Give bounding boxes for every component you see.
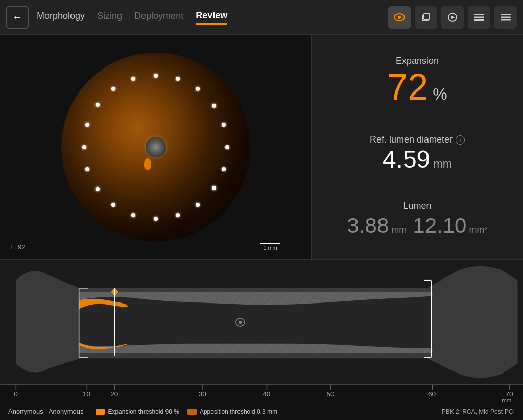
lumen-values: 3.88 mm 12.10 mm²	[327, 214, 508, 238]
svg-rect-6	[474, 14, 484, 15]
play-button[interactable]	[441, 6, 464, 29]
svg-marker-5	[451, 16, 455, 19]
scale-bar: 1 mm	[260, 243, 280, 251]
back-button[interactable]: ←	[6, 6, 29, 29]
metrics-panel: Expansion 72 % Ref. lumen diameter i 4.5…	[312, 35, 523, 259]
lumen-diameter-value: 3.88 mm	[347, 214, 407, 238]
footer: Anonymous Anonymous Expansion threshold …	[0, 403, 523, 420]
svg-text:10: 10	[83, 391, 90, 398]
stent-dot	[85, 123, 89, 127]
stent-dot	[196, 87, 200, 91]
ruler-svg: 0 10 20 30 40 50 60 70 m	[0, 385, 523, 403]
apposition-threshold-label: Apposition threshold 0.3 mm	[200, 408, 277, 415]
bottom-section: P D Min Exp. 71% 12.10 mm² MSA 4.79mm²	[0, 260, 523, 420]
svg-rect-9	[501, 14, 511, 15]
ref-lumen-metric: Ref. lumen diameter i 4.59 mm	[327, 134, 508, 172]
stent-dot	[111, 203, 115, 207]
expansion-value: 72 %	[327, 68, 508, 105]
info-icon[interactable]: i	[456, 135, 465, 145]
scale-label: 1 mm	[263, 245, 277, 251]
legend-item-apposition: Apposition threshold 0.3 mm	[187, 408, 277, 415]
stent-dot	[176, 213, 180, 217]
scale-line	[260, 243, 280, 244]
lumen-metric: Lumen 3.88 mm 12.10 mm²	[327, 201, 508, 238]
ref-lumen-value: 4.59 mm	[327, 147, 508, 172]
main-content: F: 92 1 mm Expansion 72 % Ref. lumen dia…	[0, 35, 523, 420]
svg-rect-8	[474, 19, 484, 21]
footer-study-info: PBK 2: RCA, Mid Post-PCI	[442, 408, 515, 415]
svg-rect-3	[424, 14, 430, 19]
catheter	[146, 137, 166, 157]
svg-text:30: 30	[199, 391, 206, 398]
lumen-label: Lumen	[327, 201, 508, 212]
stent-dot	[131, 213, 135, 217]
svg-rect-11	[501, 19, 511, 21]
tab-deployment[interactable]: Deployment	[134, 11, 183, 24]
footer-left: Anonymous Anonymous Expansion threshold …	[8, 408, 277, 415]
stent-dot	[222, 123, 226, 127]
ref-lumen-label: Ref. lumen diameter i	[327, 134, 508, 145]
svg-text:40: 40	[263, 391, 270, 398]
stent-dot	[154, 217, 158, 221]
expansion-swatch	[96, 409, 105, 415]
svg-point-1	[398, 16, 401, 19]
patient-name: Anonymous Anonymous	[8, 408, 83, 415]
stent-dot	[82, 145, 86, 149]
footer-legend: Expansion threshold 90 % Apposition thre…	[96, 408, 277, 415]
apposition-swatch	[187, 409, 197, 415]
top-section: F: 92 1 mm Expansion 72 % Ref. lumen dia…	[0, 35, 523, 260]
stent-dot	[196, 203, 200, 207]
legend-item-expansion: Expansion threshold 90 %	[96, 408, 179, 415]
stent-dot	[222, 167, 226, 171]
stent-dot	[96, 103, 100, 107]
orange-artifact	[144, 158, 151, 170]
stent-dot	[154, 74, 158, 78]
top-navigation: ← Morphology Sizing Deployment Review	[0, 0, 523, 35]
svg-rect-7	[474, 16, 484, 18]
stent-dot	[131, 77, 135, 81]
menu-button[interactable]	[494, 6, 517, 29]
oct-circle-image	[61, 53, 250, 242]
stent-dot	[176, 77, 180, 81]
nav-tab-list: Morphology Sizing Deployment Review	[37, 10, 388, 25]
svg-rect-10	[501, 16, 511, 18]
expansion-label: Expansion	[327, 56, 508, 66]
svg-text:50: 50	[326, 391, 334, 398]
copy-button[interactable]	[415, 6, 437, 29]
eye-button[interactable]	[388, 6, 411, 29]
toolbar-icons	[388, 6, 517, 29]
svg-point-27	[239, 321, 242, 324]
longitudinal-container: P D Min Exp. 71% 12.10 mm² MSA 4.79mm²	[0, 260, 523, 420]
layers-button[interactable]	[468, 6, 490, 29]
stent-dot	[96, 187, 100, 191]
divider-2	[345, 186, 489, 186]
longitudinal-view[interactable]: P D Min Exp. 71% 12.10 mm² MSA 4.79mm²	[0, 260, 523, 384]
frame-label: F: 92	[10, 243, 26, 251]
divider-1	[345, 120, 489, 120]
svg-text:20: 20	[110, 391, 118, 398]
longitudinal-chart	[0, 260, 523, 384]
oct-image-panel: F: 92 1 mm	[0, 35, 312, 259]
lumen-area-value: 12.10 mm²	[413, 214, 487, 238]
stent-dot	[225, 145, 229, 149]
tab-morphology[interactable]: Morphology	[37, 11, 85, 24]
expansion-threshold-label: Expansion threshold 90 %	[108, 408, 179, 415]
stent-dot	[111, 87, 115, 91]
svg-text:mm: mm	[502, 397, 511, 403]
expansion-metric: Expansion 72 %	[327, 56, 508, 105]
ruler-row: 0 10 20 30 40 50 60 70 m	[0, 384, 523, 403]
stent-dot	[85, 167, 89, 171]
svg-text:0: 0	[14, 391, 18, 398]
stent-dot	[212, 186, 216, 190]
tab-review[interactable]: Review	[196, 10, 227, 25]
tab-sizing[interactable]: Sizing	[97, 11, 122, 24]
svg-text:60: 60	[428, 391, 436, 398]
svg-rect-28	[0, 385, 523, 403]
stent-dot	[212, 104, 216, 108]
